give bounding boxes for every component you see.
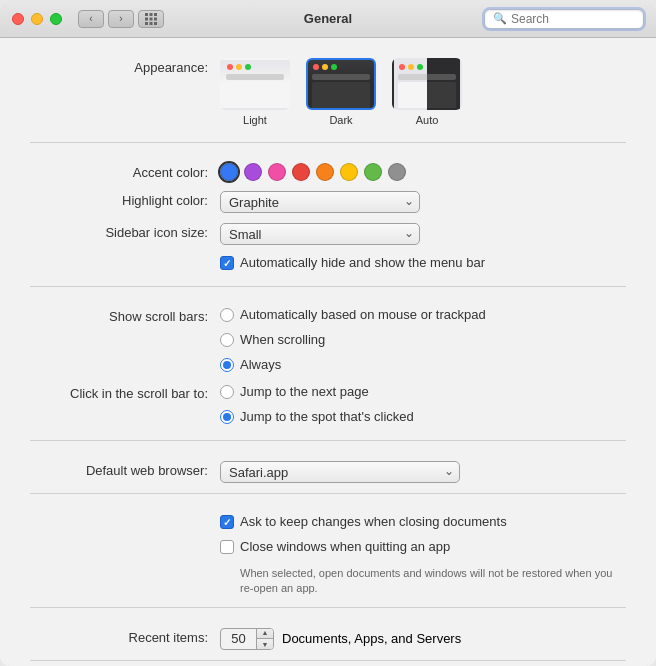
separator-4 — [30, 493, 626, 494]
appearance-light[interactable]: Light — [220, 58, 290, 126]
keep-changes-checkbox-row: Ask to keep changes when closing documen… — [220, 514, 620, 529]
doc-options-note: When selected, open documents and window… — [240, 566, 620, 597]
sidebar-icon-size-select-wrapper[interactable]: Small Medium Large — [220, 223, 420, 245]
swatch-graphite[interactable] — [388, 163, 406, 181]
nav-buttons: ‹ › — [78, 10, 134, 28]
dark-thumb — [306, 58, 376, 110]
appearance-row: Appearance: Light — [0, 58, 656, 126]
svg-rect-5 — [154, 17, 157, 20]
svg-rect-1 — [150, 13, 153, 16]
scroll-auto-label: Automatically based on mouse or trackpad — [240, 307, 486, 322]
light-label: Light — [243, 114, 267, 126]
search-box[interactable]: 🔍 — [484, 9, 644, 29]
click-spot-label: Jump to the spot that's clicked — [240, 409, 414, 424]
appearance-auto[interactable]: Auto — [392, 58, 462, 126]
svg-rect-6 — [145, 22, 148, 25]
doc-options: Ask to keep changes when closing documen… — [220, 514, 620, 597]
minimize-button[interactable] — [31, 13, 43, 25]
svg-rect-7 — [150, 22, 153, 25]
accent-color-swatches — [220, 163, 626, 181]
sidebar-icon-size-label: Sidebar icon size: — [30, 223, 220, 240]
search-icon: 🔍 — [493, 12, 507, 25]
click-next-page-radio[interactable] — [220, 385, 234, 399]
maximize-button[interactable] — [50, 13, 62, 25]
highlight-color-select-wrapper[interactable]: Graphite Blue Green Red Orange Yellow Pi… — [220, 191, 420, 213]
svg-rect-2 — [154, 13, 157, 16]
menu-bar-checkbox[interactable] — [220, 256, 234, 270]
close-windows-checkbox[interactable] — [220, 540, 234, 554]
scroll-auto-radio-row: Automatically based on mouse or trackpad — [220, 307, 486, 322]
highlight-color-row: Highlight color: Graphite Blue Green Red… — [0, 191, 656, 213]
menu-bar-row: Automatically hide and show the menu bar — [0, 255, 656, 276]
swatch-blue[interactable] — [220, 163, 238, 181]
swatch-purple[interactable] — [244, 163, 262, 181]
menu-bar-checkbox-row: Automatically hide and show the menu bar — [220, 255, 485, 270]
scroll-always-label: Always — [240, 357, 281, 372]
window-title: General — [304, 11, 352, 26]
click-next-page-label: Jump to the next page — [240, 384, 369, 399]
svg-rect-0 — [145, 13, 148, 16]
close-windows-label: Close windows when quitting an app — [240, 539, 450, 554]
recent-items-stepper: 50 ▲ ▼ Documents, Apps, and Servers — [220, 628, 461, 650]
scroll-bars-options: Automatically based on mouse or trackpad… — [220, 307, 486, 378]
click-next-page-radio-row: Jump to the next page — [220, 384, 414, 399]
click-scroll-options: Jump to the next page Jump to the spot t… — [220, 384, 414, 430]
scroll-auto-radio[interactable] — [220, 308, 234, 322]
accent-color-row: Accent color: — [0, 163, 656, 181]
stepper-box: 50 ▲ ▼ — [220, 628, 274, 650]
highlight-color-label: Highlight color: — [30, 191, 220, 208]
swatch-green[interactable] — [364, 163, 382, 181]
default-browser-select[interactable]: Safari.app Chrome.app Firefox.app — [220, 461, 460, 483]
keep-changes-checkbox[interactable] — [220, 515, 234, 529]
auto-label: Auto — [416, 114, 439, 126]
grid-button[interactable] — [138, 10, 164, 28]
light-thumb — [220, 58, 290, 110]
menu-bar-checkbox-label: Automatically hide and show the menu bar — [240, 255, 485, 270]
keep-changes-row: Ask to keep changes when closing documen… — [0, 514, 656, 597]
swatch-yellow[interactable] — [340, 163, 358, 181]
scroll-always-radio[interactable] — [220, 358, 234, 372]
scroll-when-scrolling-label: When scrolling — [240, 332, 325, 347]
default-browser-row: Default web browser: Safari.app Chrome.a… — [0, 461, 656, 483]
keep-changes-label: Ask to keep changes when closing documen… — [240, 514, 507, 529]
sidebar-icon-size-select[interactable]: Small Medium Large — [220, 223, 420, 245]
keep-changes-spacer — [30, 514, 220, 516]
window: ‹ › General 🔍 Appearance: — [0, 0, 656, 666]
close-windows-checkbox-row: Close windows when quitting an app — [220, 539, 620, 554]
separator-2 — [30, 286, 626, 287]
click-spot-radio[interactable] — [220, 410, 234, 424]
appearance-dark[interactable]: Dark — [306, 58, 376, 126]
scroll-when-scrolling-radio[interactable] — [220, 333, 234, 347]
search-input[interactable] — [511, 12, 635, 26]
swatch-red[interactable] — [292, 163, 310, 181]
recent-items-suffix: Documents, Apps, and Servers — [282, 631, 461, 646]
auto-thumb — [392, 58, 462, 110]
swatch-pink[interactable] — [268, 163, 286, 181]
stepper-down-button[interactable]: ▼ — [257, 639, 273, 650]
separator-3 — [30, 440, 626, 441]
appearance-label: Appearance: — [30, 58, 220, 75]
scroll-when-scrolling-radio-row: When scrolling — [220, 332, 486, 347]
scroll-bars-row: Show scroll bars: Automatically based on… — [0, 307, 656, 378]
scroll-bars-label: Show scroll bars: — [30, 307, 220, 324]
close-button[interactable] — [12, 13, 24, 25]
titlebar: ‹ › General 🔍 — [0, 0, 656, 38]
dark-label: Dark — [329, 114, 352, 126]
back-button[interactable]: ‹ — [78, 10, 104, 28]
click-spot-radio-row: Jump to the spot that's clicked — [220, 409, 414, 424]
accent-color-label: Accent color: — [30, 163, 220, 180]
recent-items-row: Recent items: 50 ▲ ▼ Documents, Apps, an… — [0, 628, 656, 650]
forward-button[interactable]: › — [108, 10, 134, 28]
separator-1 — [30, 142, 626, 143]
svg-rect-8 — [154, 22, 157, 25]
default-browser-label: Default web browser: — [30, 461, 220, 478]
separator-5 — [30, 607, 626, 608]
default-browser-select-wrapper[interactable]: Safari.app Chrome.app Firefox.app — [220, 461, 460, 483]
stepper-value: 50 — [221, 629, 257, 649]
click-scroll-row: Click in the scroll bar to: Jump to the … — [0, 384, 656, 430]
svg-rect-3 — [145, 17, 148, 20]
highlight-color-select[interactable]: Graphite Blue Green Red Orange Yellow Pi… — [220, 191, 420, 213]
stepper-up-button[interactable]: ▲ — [257, 628, 273, 639]
swatch-orange[interactable] — [316, 163, 334, 181]
sidebar-icon-size-row: Sidebar icon size: Small Medium Large — [0, 223, 656, 245]
